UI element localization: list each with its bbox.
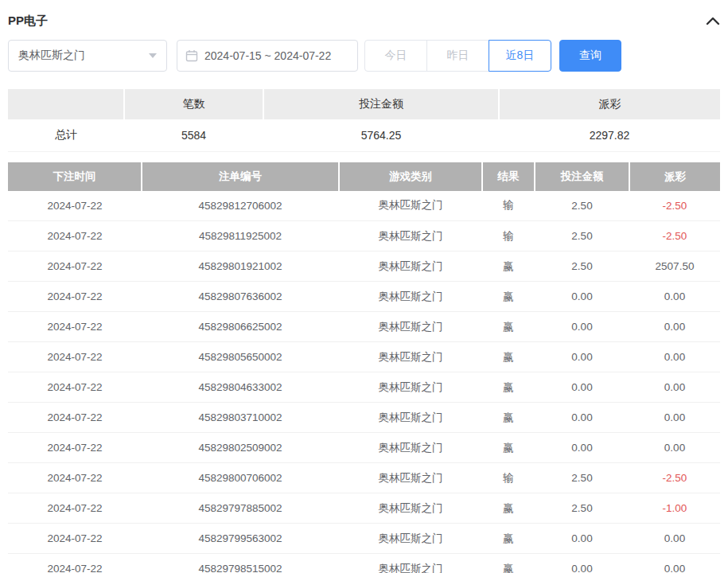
collapse-panel-button[interactable] <box>706 16 720 25</box>
bet-amount-cell: 0.00 <box>535 403 629 433</box>
bet-time-cell: 2024-07-22 <box>8 312 142 342</box>
bet-time-cell: 2024-07-22 <box>8 463 142 493</box>
payout-cell: 2507.50 <box>629 251 720 282</box>
bet-amount-cell: 0.00 <box>535 524 629 554</box>
chevron-down-icon <box>149 53 157 58</box>
game-category-cell: 奥林匹斯之门 <box>339 433 482 463</box>
bet-time-cell: 2024-07-22 <box>8 554 142 573</box>
bet-amount-cell: 2.50 <box>535 251 629 282</box>
date-range-input[interactable]: 2024-07-15 ~ 2024-07-22 <box>177 40 358 72</box>
bet-amount-cell: 0.00 <box>535 372 629 403</box>
table-row: 2024-07-2245829797885002奥林匹斯之门赢2.50-1.00 <box>8 493 720 524</box>
calendar-icon <box>185 49 198 62</box>
game-select[interactable]: 奥林匹斯之门 <box>8 40 167 72</box>
pp-records-panel: PP电子 奥林匹斯之门 2024-07-15 ~ 2024-07-22 今日 昨… <box>0 0 728 573</box>
payout-cell: 0.00 <box>629 312 720 342</box>
payout-cell: 0.00 <box>629 433 720 463</box>
summary-header-bet-amount: 投注金额 <box>263 89 499 119</box>
bet-amount-cell: 0.00 <box>535 433 629 463</box>
game-category-cell: 奥林匹斯之门 <box>339 191 482 221</box>
page-title: PP电子 <box>8 14 48 29</box>
order-number-cell: 45829804633002 <box>142 372 339 403</box>
table-row: 2024-07-2245829798515002奥林匹斯之门赢0.000.00 <box>8 554 720 573</box>
header-order-number: 注单编号 <box>142 162 339 191</box>
result-cell: 赢 <box>482 554 535 573</box>
bet-time-cell: 2024-07-22 <box>8 372 142 403</box>
bet-time-cell: 2024-07-22 <box>8 191 142 221</box>
filter-toolbar: 奥林匹斯之门 2024-07-15 ~ 2024-07-22 今日 昨日 近8日… <box>8 40 720 72</box>
header-game-category: 游戏类别 <box>339 162 482 191</box>
header-bet-amount: 投注金额 <box>535 162 629 191</box>
bet-records-table: 下注时间 注单编号 游戏类别 结果 投注金额 派彩 2024-07-224582… <box>8 162 720 573</box>
summary-total-label: 总计 <box>8 119 124 151</box>
result-cell: 赢 <box>482 433 535 463</box>
result-cell: 赢 <box>482 312 535 342</box>
payout-cell: -2.50 <box>629 191 720 221</box>
order-number-cell: 45829807636002 <box>142 282 339 312</box>
table-row: 2024-07-2245829803710002奥林匹斯之门赢0.000.00 <box>8 403 720 433</box>
table-row: 2024-07-2245829812706002奥林匹斯之门输2.50-2.50 <box>8 191 720 221</box>
bet-time-cell: 2024-07-22 <box>8 493 142 524</box>
table-row: 2024-07-2245829807636002奥林匹斯之门赢0.000.00 <box>8 282 720 312</box>
game-category-cell: 奥林匹斯之门 <box>339 312 482 342</box>
header-bet-time: 下注时间 <box>8 162 142 191</box>
bet-amount-cell: 2.50 <box>535 493 629 524</box>
yesterday-button[interactable]: 昨日 <box>426 40 489 72</box>
table-row: 2024-07-2245829801921002奥林匹斯之门赢2.502507.… <box>8 251 720 282</box>
summary-bet-amount-value: 5764.25 <box>263 119 499 151</box>
table-row: 2024-07-2245829802509002奥林匹斯之门赢0.000.00 <box>8 433 720 463</box>
summary-header-payout: 派彩 <box>499 89 720 119</box>
today-button[interactable]: 今日 <box>364 40 427 72</box>
result-cell: 赢 <box>482 372 535 403</box>
game-category-cell: 奥林匹斯之门 <box>339 221 482 251</box>
summary-header-count: 笔数 <box>124 89 263 119</box>
bet-time-cell: 2024-07-22 <box>8 282 142 312</box>
order-number-cell: 45829799563002 <box>142 524 339 554</box>
result-cell: 赢 <box>482 342 535 372</box>
game-category-cell: 奥林匹斯之门 <box>339 372 482 403</box>
bet-time-cell: 2024-07-22 <box>8 524 142 554</box>
panel-header: PP电子 <box>8 0 720 32</box>
game-category-cell: 奥林匹斯之门 <box>339 493 482 524</box>
bet-amount-cell: 0.00 <box>535 312 629 342</box>
game-select-value: 奥林匹斯之门 <box>18 49 85 63</box>
payout-cell: -2.50 <box>629 221 720 251</box>
date-range-value: 2024-07-15 ~ 2024-07-22 <box>204 49 331 62</box>
bet-time-cell: 2024-07-22 <box>8 342 142 372</box>
order-number-cell: 45829801921002 <box>142 251 339 282</box>
summary-count-value: 5584 <box>124 119 263 151</box>
result-cell: 输 <box>482 463 535 493</box>
bet-amount-cell: 2.50 <box>535 221 629 251</box>
result-cell: 赢 <box>482 403 535 433</box>
result-cell: 输 <box>482 221 535 251</box>
header-result: 结果 <box>482 162 535 191</box>
header-payout: 派彩 <box>629 162 720 191</box>
order-number-cell: 45829798515002 <box>142 554 339 573</box>
order-number-cell: 45829803710002 <box>142 403 339 433</box>
game-category-cell: 奥林匹斯之门 <box>339 403 482 433</box>
quick-date-button-group: 今日 昨日 近8日 <box>364 40 551 72</box>
game-category-cell: 奥林匹斯之门 <box>339 463 482 493</box>
table-row: 2024-07-2245829805650002奥林匹斯之门赢0.000.00 <box>8 342 720 372</box>
last-8-days-button[interactable]: 近8日 <box>489 40 551 72</box>
order-number-cell: 45829811925002 <box>142 221 339 251</box>
table-row: 2024-07-2245829799563002奥林匹斯之门赢0.000.00 <box>8 524 720 554</box>
summary-payout-value: 2297.82 <box>499 119 720 151</box>
bet-amount-cell: 2.50 <box>535 191 629 221</box>
payout-cell: 0.00 <box>629 282 720 312</box>
result-cell: 赢 <box>482 282 535 312</box>
game-category-cell: 奥林匹斯之门 <box>339 524 482 554</box>
order-number-cell: 45829802509002 <box>142 433 339 463</box>
query-button[interactable]: 查询 <box>559 40 621 72</box>
payout-cell: 0.00 <box>629 372 720 403</box>
payout-cell: 0.00 <box>629 554 720 573</box>
payout-cell: -1.00 <box>629 493 720 524</box>
summary-table-header: 笔数 投注金额 派彩 <box>8 89 720 119</box>
result-cell: 赢 <box>482 493 535 524</box>
table-row: 2024-07-2245829800706002奥林匹斯之门输2.50-2.50 <box>8 463 720 493</box>
bet-table-body: 2024-07-2245829812706002奥林匹斯之门输2.50-2.50… <box>8 191 720 573</box>
bet-amount-cell: 2.50 <box>535 463 629 493</box>
result-cell: 输 <box>482 191 535 221</box>
game-category-cell: 奥林匹斯之门 <box>339 554 482 573</box>
order-number-cell: 45829800706002 <box>142 463 339 493</box>
